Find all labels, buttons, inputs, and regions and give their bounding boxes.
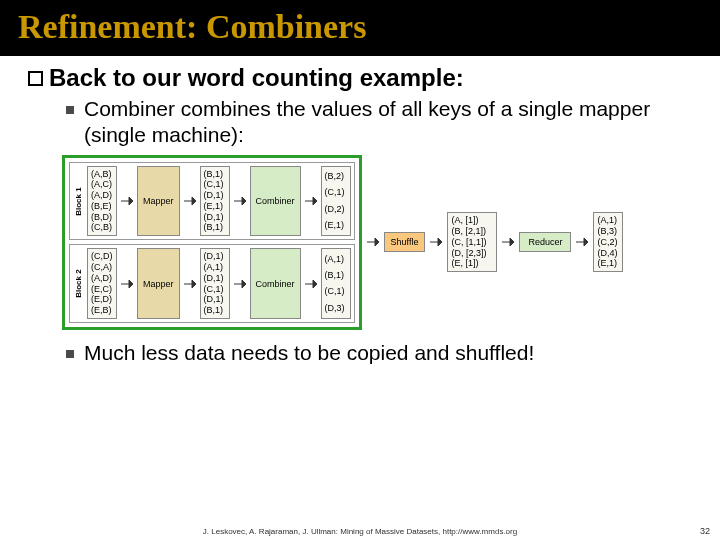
square-bullet-icon — [66, 106, 74, 114]
shuffle-reduce-group: Shuffle (A, [1])(B, [2,1])(C, [1,1])(D, … — [366, 212, 624, 272]
arrow-icon — [183, 248, 197, 319]
block1-label: Block 1 — [73, 166, 84, 237]
bullet-row-1: Combiner combines the values of all keys… — [66, 96, 692, 149]
block1-map-output: (B,1)(C,1)(D,1)(E,1)(D,1)(B,1) — [200, 166, 230, 237]
block1-pipeline: Block 1 (A,B)(A,C)(A,D)(B,E)(B,D)(C,B) M… — [69, 162, 355, 241]
arrow-icon — [501, 236, 515, 248]
heading-row: Back to our word counting example: — [28, 64, 692, 92]
shuffle-output: (A, [1])(B, [2,1])(C, [1,1])(D, [2,3])(E… — [447, 212, 497, 272]
block2-label: Block 2 — [73, 248, 84, 319]
mapper-stage: Mapper — [137, 248, 180, 319]
combiner-stage: Combiner — [250, 166, 301, 237]
heading-text: Back to our word counting example: — [49, 64, 464, 92]
arrow-icon — [429, 236, 443, 248]
footer-citation: J. Leskovec, A. Rajaraman, J. Ullman: Mi… — [0, 527, 720, 536]
mapper-combiner-group: Block 1 (A,B)(A,C)(A,D)(B,E)(B,D)(C,B) M… — [62, 155, 362, 331]
block2-combiner-output: (A,1)(B,1)(C,1)(D,3) — [321, 248, 351, 319]
mapper-stage: Mapper — [137, 166, 180, 237]
slide-body: Back to our word counting example: Combi… — [0, 56, 720, 366]
bullet-text: Combiner combines the values of all keys… — [84, 96, 692, 149]
pipeline-diagram: Block 1 (A,B)(A,C)(A,D)(B,E)(B,D)(C,B) M… — [62, 155, 692, 331]
square-bullet-icon — [66, 350, 74, 358]
bullet-text: Much less data needs to be copied and sh… — [84, 340, 534, 366]
arrow-icon — [120, 248, 134, 319]
arrow-icon — [366, 236, 380, 248]
block1-combiner-output: (B,2)(C,1)(D,2)(E,1) — [321, 166, 351, 237]
shuffle-stage: Shuffle — [384, 232, 426, 252]
reducer-stage: Reducer — [519, 232, 571, 252]
page-number: 32 — [700, 526, 710, 536]
bullet-row-2: Much less data needs to be copied and sh… — [66, 340, 692, 366]
square-bullet-icon — [28, 71, 43, 86]
final-output: (A,1)(B,3)(C,2)(D,4)(E,1) — [593, 212, 623, 272]
arrow-icon — [233, 166, 247, 237]
arrow-icon — [575, 236, 589, 248]
arrow-icon — [183, 166, 197, 237]
block2-input: (C,D)(C,A)(A,D)(E,C)(E,D)(E,B) — [87, 248, 117, 319]
arrow-icon — [233, 248, 247, 319]
block2-map-output: (D,1)(A,1)(D,1)(C,1)(D,1)(B,1) — [200, 248, 230, 319]
block1-input: (A,B)(A,C)(A,D)(B,E)(B,D)(C,B) — [87, 166, 117, 237]
block2-pipeline: Block 2 (C,D)(C,A)(A,D)(E,C)(E,D)(E,B) M… — [69, 244, 355, 323]
arrow-icon — [304, 248, 318, 319]
slide-title: Refinement: Combiners — [0, 0, 720, 56]
combiner-stage: Combiner — [250, 248, 301, 319]
arrow-icon — [304, 166, 318, 237]
arrow-icon — [120, 166, 134, 237]
